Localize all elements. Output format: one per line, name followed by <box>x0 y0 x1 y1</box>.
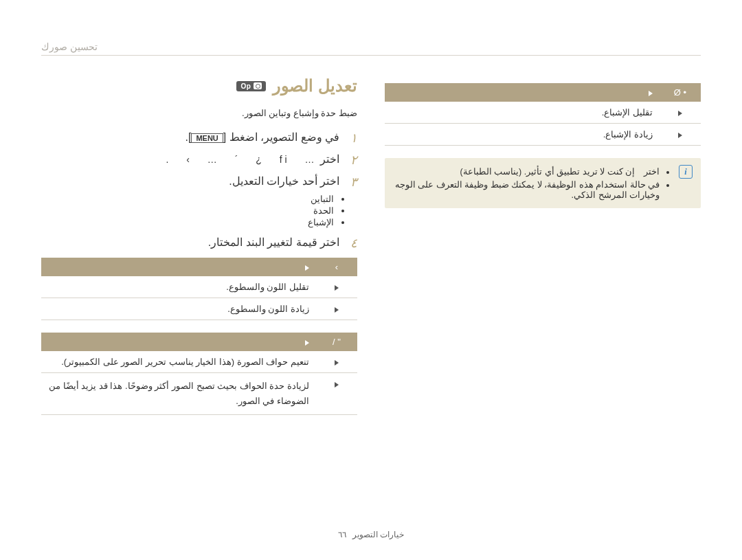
table-cell-desc: تنعيم حواف الصورة (هذا الخيار يناسب تحري… <box>41 351 316 373</box>
breadcrumb: تحسين صورك <box>41 41 701 56</box>
step-1-post: . <box>185 131 188 143</box>
table-cell-desc: زيادة اللون والسطوع. <box>41 298 316 320</box>
arrow-icon <box>335 307 339 313</box>
menu-key-icon: MENU <box>191 133 223 143</box>
table-cell-icon <box>316 373 357 415</box>
list-item: الحدة <box>41 205 334 216</box>
step-text: اختر … fi ¿ ´ … › . <box>41 153 339 166</box>
side-column: • Ø تقليل الإشباع. زيادة الإشباع. i <box>385 76 701 427</box>
step-number: ٤ <box>346 236 357 251</box>
step-number: ٣ <box>346 175 357 190</box>
section-subtitle: ضبط حدة وإشباع وتباين الصور. <box>41 108 357 118</box>
table-header-icon: › <box>316 258 357 276</box>
page-footer: خيارات التصوير ٦٦ <box>41 530 701 539</box>
step-2: ٢ اختر … fi ¿ ´ … › . <box>41 153 357 168</box>
table-header-icon: " / <box>316 333 357 351</box>
step-2-pre: اختر <box>320 153 339 165</box>
arrow-icon <box>305 340 309 346</box>
step-4: ٤ اختر قيمة لتغيير البند المختار. <box>41 236 357 251</box>
step-3: ٣ اختر أحد خيارات التعديل. <box>41 175 357 190</box>
step-text: في وضع التصوير، اضغط [MENU]. <box>41 131 339 144</box>
table-cell-desc: تقليل اللون والسطوع. <box>41 276 316 298</box>
table-row: تقليل اللون والسطوع. <box>41 276 357 298</box>
contrast-table: › تقليل اللون والسطوع. زيادة اللون والسط… <box>41 258 357 320</box>
main-column: تعديل الصور Op ضبط حدة وإشباع وتباين الص… <box>41 76 357 427</box>
list-item: التباين <box>41 194 334 204</box>
footer-label: خيارات التصوير <box>352 530 404 539</box>
step-text: اختر قيمة لتغيير البند المختار. <box>41 236 339 249</box>
table-cell-icon <box>316 298 357 320</box>
list-item: الإشباع <box>41 217 334 227</box>
sharpness-table: " / تنعيم حواف الصورة (هذا الخيار يناسب … <box>41 333 357 415</box>
table-header-desc <box>41 333 316 351</box>
step-1: ١ في وضع التصوير، اضغط [MENU]. <box>41 131 357 146</box>
table-row: تنعيم حواف الصورة (هذا الخيار يناسب تحري… <box>41 351 357 373</box>
table-cell-desc: لزيادة حدة الحواف بحيث تصبح الصور أكثر و… <box>41 373 316 415</box>
note-box: i اختر إن كنت لا تريد تطبيق أي تأثير. (ي… <box>385 158 701 208</box>
table-cell-icon <box>316 351 357 373</box>
saturation-table: • Ø تقليل الإشباع. زيادة الإشباع. <box>385 83 701 146</box>
table-header-desc <box>385 83 660 102</box>
page-number: ٦٦ <box>338 530 346 539</box>
content-columns: تعديل الصور Op ضبط حدة وإشباع وتباين الص… <box>41 76 701 427</box>
document-page: تحسين صورك تعديل الصور Op ضبط حدة وإشباع… <box>41 41 701 560</box>
table-row: لزيادة حدة الحواف بحيث تصبح الصور أكثر و… <box>41 373 357 415</box>
arrow-icon <box>335 382 339 388</box>
arrow-icon <box>649 91 653 96</box>
step-2-glyphs: … fi ¿ ´ … › . <box>166 154 317 165</box>
arrow-icon <box>305 265 309 271</box>
section-heading: تعديل الصور <box>273 76 357 96</box>
arrow-icon <box>678 111 682 116</box>
table-header-desc <box>41 258 316 276</box>
note-item: في حالة استخدام هذه الوظيفة، لا يمكنك ضب… <box>393 179 660 200</box>
table-cell-icon <box>660 102 701 124</box>
table-cell-icon <box>660 124 701 146</box>
arrow-icon <box>678 133 682 138</box>
table-row: زيادة الإشباع. <box>385 124 701 146</box>
info-icon: i <box>679 165 693 179</box>
heading-row: تعديل الصور Op <box>41 76 357 96</box>
table-header-icon: • Ø <box>660 83 701 102</box>
table-row: تقليل الإشباع. <box>385 102 701 124</box>
table-row: زيادة اللون والسطوع. <box>41 298 357 320</box>
step-1-pre: في وضع التصوير، اضغط <box>229 131 339 143</box>
arrow-icon <box>335 360 339 366</box>
step-number: ٢ <box>346 153 357 168</box>
mode-badge: Op <box>236 81 266 91</box>
adjust-options-list: التباين الحدة الإشباع <box>41 194 357 227</box>
step-text: اختر أحد خيارات التعديل. <box>41 175 339 188</box>
table-cell-icon <box>316 276 357 298</box>
step-number: ١ <box>346 131 357 146</box>
table-cell-desc: تقليل الإشباع. <box>385 102 660 124</box>
note-item: اختر إن كنت لا تريد تطبيق أي تأثير. (ينا… <box>393 166 660 178</box>
arrow-icon <box>335 285 339 291</box>
camera-icon <box>254 82 262 89</box>
mode-badge-text: Op <box>240 82 251 90</box>
table-cell-desc: زيادة الإشباع. <box>385 124 660 146</box>
note-list: اختر إن كنت لا تريد تطبيق أي تأثير. (ينا… <box>393 165 672 201</box>
